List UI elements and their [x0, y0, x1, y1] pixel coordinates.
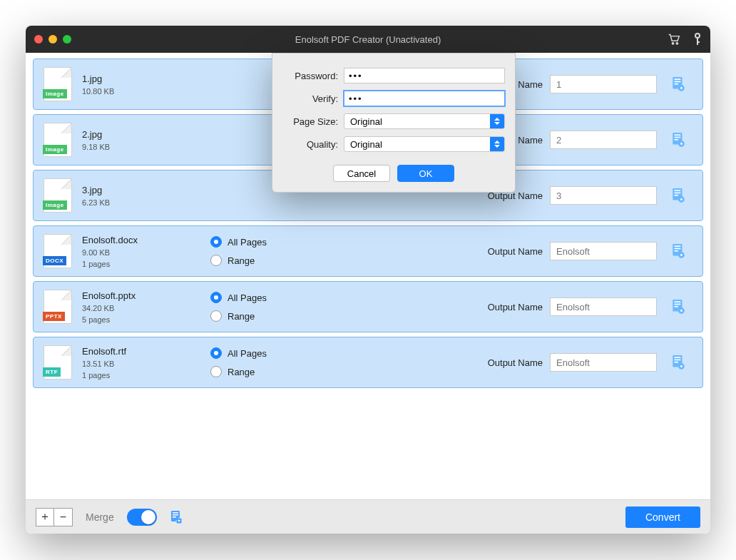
svg-rect-7 [675, 81, 681, 83]
window-title: Enolsoft PDF Creator (Unactivated) [26, 34, 710, 45]
settings-dialog: Password: Verify: Page Size: Original Qu… [272, 53, 516, 193]
svg-point-22 [680, 198, 683, 200]
all-pages-radio[interactable]: All Pages [210, 347, 481, 359]
svg-point-28 [680, 254, 683, 256]
merge-label: Merge [86, 511, 114, 523]
range-radio[interactable]: Range [210, 310, 481, 322]
minimize-window-button[interactable] [48, 35, 57, 44]
row-settings-icon[interactable] [664, 355, 692, 370]
output-name-label: Output Name [488, 302, 543, 312]
svg-point-34 [680, 310, 683, 312]
stepper-arrows-icon [490, 137, 504, 151]
ok-button[interactable]: OK [397, 165, 454, 182]
cart-icon[interactable] [668, 34, 680, 45]
svg-rect-12 [675, 134, 681, 136]
svg-rect-19 [675, 193, 681, 194]
page-size-value: Original [344, 116, 490, 127]
page-range-radios: All PagesRange [210, 236, 481, 266]
range-label: Range [228, 367, 255, 377]
svg-rect-43 [173, 514, 178, 516]
svg-point-46 [178, 519, 180, 521]
file-type-tag: Image [43, 145, 67, 154]
verify-input[interactable] [344, 91, 505, 106]
svg-point-2 [695, 34, 700, 38]
range-radio[interactable]: Range [210, 255, 481, 266]
quality-value: Original [344, 139, 490, 150]
key-icon[interactable] [693, 33, 702, 46]
page-size-select[interactable]: Original [344, 113, 505, 129]
all-pages-label: All Pages [228, 348, 267, 359]
output-name-input[interactable] [550, 353, 657, 372]
radio-dot-icon [210, 347, 222, 359]
output-name-input[interactable] [550, 186, 657, 205]
svg-rect-14 [675, 139, 679, 141]
output-name-input[interactable] [550, 297, 657, 316]
add-file-button[interactable]: ＋ [36, 508, 54, 526]
row-settings-icon[interactable] [664, 299, 692, 315]
all-pages-radio[interactable]: All Pages [210, 236, 481, 248]
merge-settings-icon[interactable] [170, 510, 183, 524]
svg-rect-25 [675, 248, 681, 250]
convert-button[interactable]: Convert [625, 506, 700, 528]
svg-rect-42 [173, 512, 178, 514]
zoom-window-button[interactable] [63, 35, 71, 44]
file-row[interactable]: RTFEnolsoft.rtf13.51 KB1 pagesAll PagesR… [33, 337, 703, 388]
output-name-label: Output Name [488, 246, 543, 257]
output-name-group: Output Name [488, 242, 657, 260]
page-range-radios: All PagesRange [210, 292, 481, 322]
svg-point-0 [672, 43, 673, 44]
file-icon: PPTX [44, 290, 72, 324]
file-type-tag: Image [43, 200, 67, 210]
file-icon: Image [44, 123, 72, 157]
row-settings-icon[interactable] [664, 188, 692, 203]
file-size: 13.51 KB [82, 360, 203, 368]
file-info: 2.jpg9.18 KB [82, 129, 203, 151]
svg-point-40 [680, 365, 683, 367]
file-name: 1.jpg [82, 73, 203, 84]
app-window: Enolsoft PDF Creator (Unactivated) Image… [26, 26, 710, 534]
file-row[interactable]: DOCXEnolsoft.docx9.00 KB1 pagesAll Pages… [33, 225, 703, 277]
row-settings-icon[interactable] [664, 76, 692, 92]
output-name-group: Output Name [488, 353, 657, 372]
file-type-tag: RTF [43, 367, 61, 377]
file-info: 1.jpg10.80 KB [82, 73, 203, 96]
file-size: 9.18 KB [82, 143, 203, 151]
footer-toolbar: ＋ − Merge Convert [26, 499, 710, 534]
radio-dot-icon [210, 292, 222, 303]
file-name: 3.jpg [82, 185, 203, 195]
svg-rect-44 [173, 516, 176, 518]
stepper-arrows-icon [490, 114, 504, 128]
range-label: Range [228, 311, 255, 322]
radio-dot-icon [210, 310, 222, 322]
file-type-tag: Image [43, 89, 67, 98]
password-input[interactable] [344, 68, 505, 83]
file-icon: RTF [44, 345, 72, 380]
close-window-button[interactable] [34, 35, 43, 44]
file-pages: 1 pages [82, 260, 203, 268]
output-name-input[interactable] [550, 242, 657, 260]
all-pages-label: All Pages [228, 237, 267, 248]
file-row[interactable]: PPTXEnolsoft.pptx34.20 KB5 pagesAll Page… [33, 281, 703, 332]
file-name: Enolsoft.docx [82, 235, 203, 245]
radio-dot-icon [210, 366, 222, 377]
svg-rect-36 [675, 357, 681, 358]
file-size: 9.00 KB [82, 248, 203, 257]
file-size: 34.20 KB [82, 304, 203, 312]
file-icon: Image [44, 67, 72, 101]
cancel-button[interactable]: Cancel [333, 165, 390, 182]
password-label: Password: [282, 71, 338, 81]
all-pages-radio[interactable]: All Pages [210, 292, 481, 303]
svg-rect-37 [675, 360, 681, 361]
file-pages: 1 pages [82, 371, 203, 380]
range-radio[interactable]: Range [210, 366, 481, 377]
output-name-label: Output Name [488, 357, 543, 368]
merge-toggle[interactable] [127, 509, 157, 526]
output-name-input[interactable] [550, 75, 657, 93]
svg-rect-20 [675, 195, 679, 196]
quality-select[interactable]: Original [344, 136, 505, 152]
row-settings-icon[interactable] [664, 243, 692, 259]
remove-file-button[interactable]: − [54, 508, 73, 526]
output-name-input[interactable] [550, 131, 657, 149]
page-range-radios: All PagesRange [210, 347, 481, 377]
row-settings-icon[interactable] [664, 132, 692, 148]
